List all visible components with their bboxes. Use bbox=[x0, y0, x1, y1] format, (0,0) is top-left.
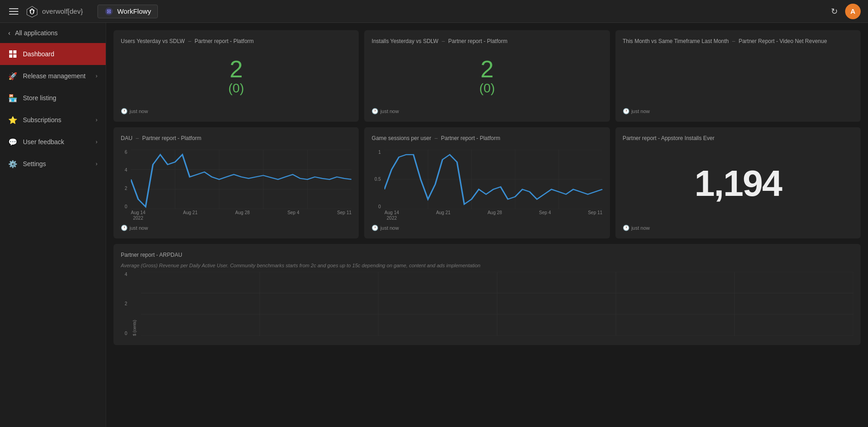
release-management-label: Release management bbox=[23, 72, 90, 80]
card-arpdau-title: Partner report - ARPDAU bbox=[121, 251, 853, 259]
clock-icon-4: 🕐 bbox=[121, 225, 128, 231]
dashboard-label: Dashboard bbox=[23, 50, 97, 58]
dau-label-3: Aug 28 bbox=[235, 210, 250, 221]
appstore-installs-number: 1,194 bbox=[695, 165, 782, 202]
refresh-icon[interactable]: ↻ bbox=[831, 6, 838, 16]
clock-icon-5: 🕐 bbox=[372, 225, 378, 231]
card-users-yesterday-value: 2 (0) bbox=[121, 49, 351, 104]
arpdau-chart bbox=[141, 272, 853, 336]
card-dau-title: DAU – Partner report - Platform bbox=[121, 135, 351, 142]
sidebar-item-release-management[interactable]: 🚀 Release management › bbox=[0, 65, 106, 87]
gs-y-label-0: 0 bbox=[372, 204, 381, 209]
grid-icon bbox=[8, 49, 17, 59]
gear-icon: ⚙️ bbox=[8, 159, 17, 168]
sidebar-back-button[interactable]: ‹ All applications bbox=[0, 23, 106, 43]
arpdau-y-4: 4 bbox=[121, 272, 127, 277]
topbar-right: ↻ A bbox=[831, 4, 861, 19]
app-badge[interactable]: WorkFlowy bbox=[97, 5, 158, 18]
installs-big-number: 2 bbox=[480, 57, 494, 81]
sidebar-item-subscriptions[interactable]: ⭐ Subscriptions › bbox=[0, 109, 106, 131]
clock-icon-3: 🕐 bbox=[623, 108, 630, 114]
avatar[interactable]: A bbox=[845, 4, 861, 19]
installs-timestamp: just now bbox=[380, 108, 399, 114]
dau-x-labels: Aug 142022 Aug 21 Aug 28 Sep 4 Sep 11 bbox=[131, 210, 351, 221]
card-this-month-title: This Month vs Same Timeframe Last Month … bbox=[623, 38, 853, 45]
topbar: overwolf[dev} WorkFlowy ↻ A bbox=[0, 0, 868, 23]
main-layout: ‹ All applications Dashboard 🚀 Release m… bbox=[0, 23, 868, 427]
logo-text: overwolf[dev} bbox=[42, 7, 83, 15]
settings-label: Settings bbox=[23, 160, 90, 168]
clock-icon-2: 🕐 bbox=[372, 108, 378, 114]
dau-label-2: Aug 21 bbox=[183, 210, 198, 221]
cards-row-1: Users Yesterday vs SDLW – Partner report… bbox=[113, 30, 861, 122]
dau-y-label-6: 6 bbox=[121, 150, 127, 155]
dau-label-5: Sep 11 bbox=[337, 210, 352, 221]
dashboard-content: Users Yesterday vs SDLW – Partner report… bbox=[106, 23, 868, 427]
sidebar: ‹ All applications Dashboard 🚀 Release m… bbox=[0, 23, 106, 427]
dau-y-label-4: 4 bbox=[121, 168, 127, 173]
card-appstore-installs-value: 1,194 bbox=[623, 146, 853, 221]
arpdau-y-axis-label: $ (cents) bbox=[132, 272, 137, 336]
card-game-sessions-title: Game sessions per user – Partner report … bbox=[372, 135, 602, 142]
topbar-left: overwolf[dev} WorkFlowy bbox=[7, 5, 158, 18]
gs-label-1: Aug 142022 bbox=[384, 210, 399, 221]
card-this-month-value bbox=[623, 49, 853, 104]
users-sub-number: (0) bbox=[228, 81, 244, 96]
this-month-timestamp: just now bbox=[631, 108, 650, 114]
card-this-month: This Month vs Same Timeframe Last Month … bbox=[615, 30, 861, 122]
arpdau-chart-container: 4 2 0 $ (cents) bbox=[121, 272, 853, 338]
clock-icon-6: 🕐 bbox=[623, 225, 630, 231]
sidebar-item-dashboard[interactable]: Dashboard bbox=[0, 43, 106, 65]
sidebar-item-store-listing[interactable]: 🏪 Store listing bbox=[0, 87, 106, 109]
rocket-icon: 🚀 bbox=[8, 71, 17, 81]
store-icon: 🏪 bbox=[8, 93, 17, 103]
svg-rect-4 bbox=[9, 54, 12, 58]
game-sessions-timestamp: just now bbox=[380, 225, 399, 231]
chevron-right-icon: › bbox=[96, 73, 97, 79]
chevron-right-icon-2: › bbox=[96, 117, 97, 123]
logo-area: overwolf[dev} bbox=[26, 5, 83, 18]
card-this-month-footer: 🕐 just now bbox=[623, 108, 853, 114]
dau-label-1: Aug 142022 bbox=[131, 210, 146, 221]
dau-y-label-2: 2 bbox=[121, 186, 127, 191]
appstore-installs-timestamp: just now bbox=[631, 225, 650, 231]
card-game-sessions-footer: 🕐 just now bbox=[372, 225, 602, 231]
svg-point-1 bbox=[108, 11, 110, 12]
gs-label-4: Sep 4 bbox=[539, 210, 551, 221]
cards-row-arpdau: Partner report - ARPDAU Average (Gross) … bbox=[113, 244, 861, 345]
sidebar-back-label: All applications bbox=[15, 29, 58, 37]
app-name-label: WorkFlowy bbox=[117, 7, 151, 15]
installs-sub-number: (0) bbox=[479, 81, 495, 96]
users-timestamp: just now bbox=[129, 108, 148, 114]
user-feedback-label: User feedback bbox=[23, 138, 90, 146]
card-dau-footer: 🕐 just now bbox=[121, 225, 351, 231]
dau-y-label-0: 0 bbox=[121, 204, 127, 209]
game-sessions-line-chart bbox=[384, 150, 602, 209]
dau-chart-area: 6 4 2 0 bbox=[121, 150, 351, 221]
arpdau-y-2: 2 bbox=[121, 301, 127, 306]
card-installs-yesterday-title: Installs Yesterday vs SDLW – Partner rep… bbox=[372, 38, 602, 45]
card-dau: DAU – Partner report - Platform 6 4 2 0 bbox=[113, 127, 359, 238]
subscriptions-label: Subscriptions bbox=[23, 116, 90, 124]
card-game-sessions: Game sessions per user – Partner report … bbox=[364, 127, 609, 238]
card-installs-yesterday-value: 2 (0) bbox=[372, 49, 602, 104]
sidebar-item-settings[interactable]: ⚙️ Settings › bbox=[0, 153, 106, 175]
gs-y-label-05: 0.5 bbox=[372, 177, 381, 182]
card-installs-yesterday-footer: 🕐 just now bbox=[372, 108, 602, 114]
dau-label-4: Sep 4 bbox=[287, 210, 299, 221]
card-users-yesterday: Users Yesterday vs SDLW – Partner report… bbox=[113, 30, 359, 122]
svg-rect-2 bbox=[9, 50, 12, 54]
svg-rect-5 bbox=[13, 54, 16, 58]
arpdau-y-0: 0 bbox=[121, 331, 127, 336]
dau-line-chart bbox=[131, 150, 351, 209]
sidebar-item-user-feedback[interactable]: 💬 User feedback › bbox=[0, 131, 106, 153]
back-chevron-icon: ‹ bbox=[8, 29, 11, 37]
star-icon: ⭐ bbox=[8, 115, 17, 124]
hamburger-button[interactable] bbox=[7, 6, 20, 16]
gs-label-2: Aug 21 bbox=[436, 210, 451, 221]
card-arpdau-subtitle: Average (Gross) Revenue per Daily Active… bbox=[121, 263, 853, 268]
game-sessions-x-labels: Aug 142022 Aug 21 Aug 28 Sep 4 Sep 11 bbox=[384, 210, 602, 221]
chevron-right-icon-4: › bbox=[96, 161, 97, 167]
card-arpdau: Partner report - ARPDAU Average (Gross) … bbox=[113, 244, 861, 345]
cards-row-2: DAU – Partner report - Platform 6 4 2 0 bbox=[113, 127, 861, 238]
